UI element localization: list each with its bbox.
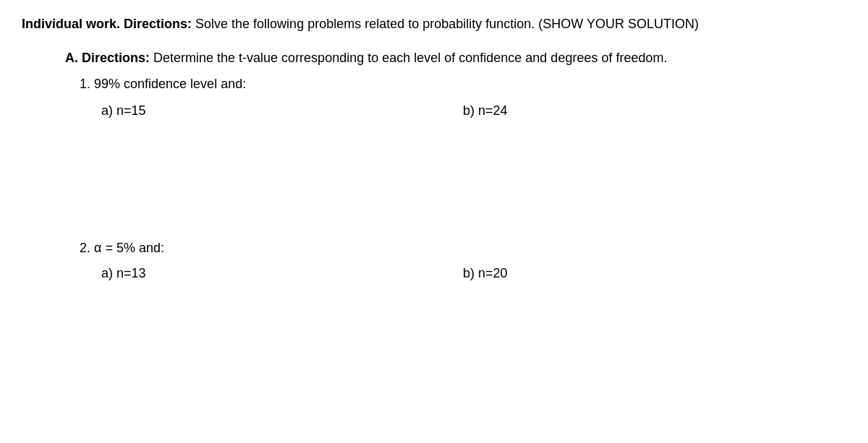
item-1-label: 1. 99% confidence level and: <box>80 74 846 95</box>
page-container: Individual work. Directions: Solve the f… <box>0 0 868 443</box>
section-a-bold: A. Directions: <box>65 51 150 65</box>
intro-bold: Individual work. Directions: <box>22 17 192 31</box>
item-2b: b) n=20 <box>463 262 752 285</box>
intro-text: Solve the following problems related to … <box>192 17 699 31</box>
intro-paragraph: Individual work. Directions: Solve the f… <box>22 14 846 34</box>
item-2-section: 2. α = 5% and: a) n=13 b) n=20 <box>80 238 846 285</box>
sub-content: 1. 99% confidence level and: a) n=15 b) … <box>80 74 846 122</box>
item-2-label: 2. α = 5% and: <box>80 238 846 259</box>
section-a-heading: A. Directions: Determine the t-value cor… <box>65 48 846 68</box>
item-2-lettered: a) n=13 b) n=20 <box>101 262 846 285</box>
item-1b: b) n=24 <box>463 99 752 122</box>
item-2a: a) n=13 <box>101 262 463 285</box>
section-a: A. Directions: Determine the t-value cor… <box>65 48 846 285</box>
item-1-lettered: a) n=15 b) n=24 <box>101 99 846 122</box>
section-a-heading-text: Determine the t-value corresponding to e… <box>150 51 667 65</box>
item-1a: a) n=15 <box>101 99 463 122</box>
